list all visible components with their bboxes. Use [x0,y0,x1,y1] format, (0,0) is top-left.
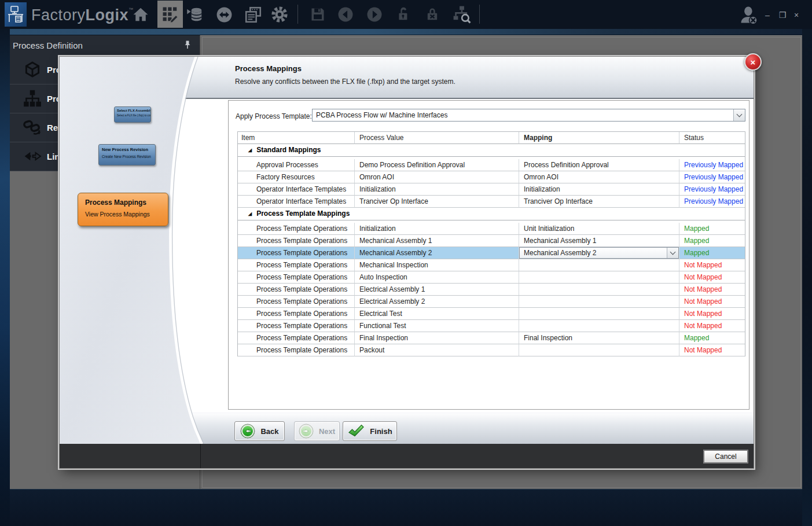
next-button-label: Next [319,427,335,436]
brand-text: FactoryLogix™ [31,5,134,25]
user-logout-icon[interactable] [738,5,759,25]
lock-remove-icon[interactable] [422,5,442,24]
dialog-close-icon[interactable]: × [744,53,762,71]
table-row[interactable]: Process Template Operations Electrical A… [238,296,745,308]
step-subtitle: Create New Process Revision [102,155,152,159]
process-template-combobox[interactable]: PCBA Process Flow w/ Machine Interfaces [312,109,745,122]
accent-strip [0,29,812,35]
cell-process-value: Mechanical Assembly 1 [355,235,519,247]
column-header-item[interactable]: Item [238,132,355,144]
table-row[interactable]: Approval Processes Demo Process Definiti… [238,159,745,171]
finish-button[interactable]: Finish [343,421,397,441]
window-maximize-button[interactable]: ❒ [777,9,788,21]
next-button-disabled[interactable]: Next [294,421,340,441]
cell-process-value: Electrical Assembly 2 [355,296,519,308]
next-arrow-icon [299,424,314,439]
cell-process-value: Electrical Test [355,308,519,320]
cell-mapping[interactable]: Process Definition Approval [519,159,679,171]
cell-status: Previously Mapped [679,159,745,171]
table-row[interactable]: Factory Resources Omron AOI Omron AOI Pr… [238,171,745,183]
cell-process-value: Mechanical Assembly 2 [355,247,519,259]
mapping-text: Initialization [524,185,560,193]
cell-status: Not Mapped [679,320,745,332]
cell-mapping[interactable] [519,271,679,284]
cell-item: Process Template Operations [238,284,355,296]
chevron-down-icon[interactable] [733,109,745,121]
table-row[interactable]: Process Template Operations Mechanical I… [238,259,745,271]
cell-process-value: Initialization [355,183,519,196]
cell-mapping[interactable] [519,259,679,271]
table-row[interactable]: Process Template Operations Electrical A… [238,284,745,296]
table-body: ◢ Standard Mappings Approval Processes D… [238,144,745,356]
cell-mapping[interactable]: Omron AOI [519,171,679,183]
cell-item: Operator Interface Templates [238,196,355,208]
settings-gear-icon[interactable] [270,5,289,24]
wizard-step-process-mappings-active[interactable]: Process Mappings View Process Mappings [78,193,168,226]
mapping-text: Process Definition Approval [524,161,609,169]
line-process-icon [23,146,42,166]
cell-status: Not Mapped [679,344,745,356]
table-row[interactable]: Process Template Operations Initializati… [238,223,745,235]
column-header-status[interactable]: Status [679,132,745,144]
back-button-label: Back [260,427,278,436]
cell-mapping[interactable]: Unit Initialization [519,223,679,235]
mapping-combobox[interactable]: Mechanical Assembly 2 [519,247,679,259]
expander-icon[interactable]: ◢ [248,212,252,216]
cell-status: Mapped [679,235,745,247]
process-search-icon[interactable] [450,5,473,24]
cell-status: Previously Mapped [679,196,745,208]
cell-mapping[interactable]: Tranciver Op Interface [519,196,679,208]
cell-mapping[interactable]: Final Inspection [519,332,679,344]
apply-template-label: Apply Process Template: [236,112,312,120]
cell-mapping[interactable] [519,284,679,296]
unlock-icon[interactable] [394,5,413,24]
table-row[interactable]: Process Template Operations Auto Inspect… [238,271,745,284]
mappings-table: Item Process Value Mapping Status ◢ Stan… [237,131,745,356]
documents-icon[interactable] [243,5,263,24]
app-window: FactoryLogix™ [0,0,812,526]
table-group-row[interactable]: ◢ Standard Mappings [238,144,745,157]
cell-mapping[interactable] [519,308,679,320]
pin-icon[interactable] [183,40,192,52]
step-title: Process Mappings [85,198,161,207]
cell-item: Factory Resources [238,171,355,183]
table-group-row[interactable]: ◢ Process Template Mappings [238,208,745,220]
table-row[interactable]: Process Template Operations Final Inspec… [238,332,745,344]
footer-divider-line [200,444,201,468]
cell-mapping[interactable]: Initialization [519,183,679,196]
back-button[interactable]: Back [234,421,285,441]
cell-mapping[interactable]: Mechanical Assembly 1 [519,235,679,247]
window-close-button[interactable]: × [791,9,802,21]
save-icon[interactable] [308,5,328,24]
cell-item: Process Template Operations [238,235,355,247]
processes-icon [23,89,42,108]
wizard-step-new-process-revision[interactable]: New Process Revision Create New Process … [98,144,156,165]
redo-forward-icon[interactable] [365,5,384,24]
expander-icon[interactable]: ◢ [248,148,252,153]
table-row[interactable]: Process Template Operations Packout Not … [238,344,745,356]
sync-icon[interactable] [214,5,234,24]
table-header-row: Item Process Value Mapping Status [238,132,745,144]
window-minimize-button[interactable]: – [762,9,773,21]
chevron-down-icon[interactable] [667,248,678,258]
wizard-step-select-flx-assembly[interactable]: Select FLX Assembly Select a FLX file (.… [114,106,151,123]
table-row[interactable]: Operator Interface Templates Tranciver O… [238,196,745,208]
home-icon[interactable] [131,5,150,24]
cell-mapping[interactable] [519,296,679,308]
column-header-mapping[interactable]: Mapping [519,132,679,144]
column-header-process-value[interactable]: Process Value [355,132,519,144]
cell-mapping[interactable] [519,344,679,356]
process-definition-nav-icon[interactable] [157,1,183,28]
table-row[interactable]: Operator Interface Templates Initializat… [238,183,745,196]
cancel-button[interactable]: Cancel [704,450,748,463]
table-row[interactable]: Process Template Operations Mechanical A… [238,235,745,247]
table-row[interactable]: Process Template Operations Electrical T… [238,308,745,320]
undo-back-icon[interactable] [336,5,355,24]
table-row[interactable]: Process Template Operations Functional T… [238,320,745,332]
cell-mapping[interactable] [519,320,679,332]
cell-item: Approval Processes [238,159,355,171]
cell-mapping[interactable]: Mechanical Assembly 2 [519,247,679,259]
cell-status: Not Mapped [679,296,745,308]
table-row[interactable]: Process Template Operations Mechanical A… [238,247,745,259]
data-import-icon[interactable] [185,5,205,24]
